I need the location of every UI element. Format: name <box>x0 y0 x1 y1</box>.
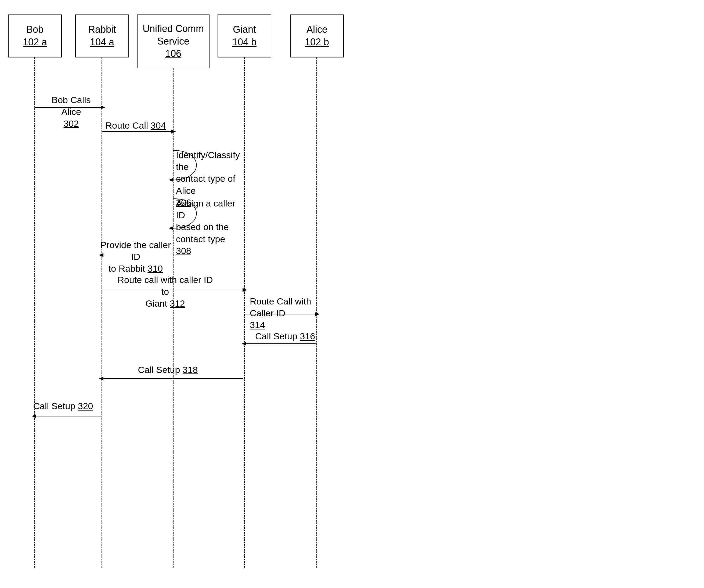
msg-310-id: 310 <box>148 263 163 274</box>
svg-marker-15 <box>99 377 103 381</box>
diagram: Bob 102 a Rabbit 104 a Unified CommServi… <box>0 0 704 588</box>
msg-302: Bob Calls Alice302 <box>42 94 101 130</box>
actor-ucs-id: 106 <box>165 48 181 60</box>
lifeline-giant <box>244 57 245 568</box>
msg-320-id: 320 <box>78 401 93 411</box>
actor-giant-id: 104 b <box>232 36 256 49</box>
actor-rabbit-id: 104 a <box>90 36 114 49</box>
svg-marker-17 <box>32 414 36 418</box>
lifeline-ucs <box>173 68 174 568</box>
msg-304-id: 304 <box>151 120 166 130</box>
msg-302-id: 302 <box>64 118 79 129</box>
msg-316: Call Setup 316 <box>255 330 317 342</box>
svg-marker-9 <box>243 288 247 292</box>
msg-312-id: 312 <box>170 298 185 309</box>
msg-310: Provide the caller IDto Rabbit 310 <box>99 239 172 275</box>
msg-316-id: 316 <box>300 331 315 341</box>
actor-giant: Giant 104 b <box>218 14 271 57</box>
svg-marker-3 <box>171 130 176 133</box>
actor-ucs-name: Unified CommService <box>142 22 204 48</box>
arrows-svg <box>0 0 704 588</box>
lifeline-rabbit <box>102 57 102 568</box>
msg-308: Assign a caller IDbased on thecontact ty… <box>176 197 238 257</box>
actor-alice-id: 102 b <box>305 36 329 49</box>
actor-ucs: Unified CommService 106 <box>137 14 210 68</box>
msg-308-id: 308 <box>176 246 191 256</box>
actor-bob: Bob 102 a <box>8 14 62 57</box>
msg-314-id: 314 <box>250 320 265 330</box>
lifeline-bob <box>35 57 35 568</box>
msg-318: Call Setup 318 <box>124 364 212 376</box>
actor-rabbit: Rabbit 104 a <box>75 14 129 57</box>
actor-giant-name: Giant <box>233 23 256 36</box>
msg-312: Route call with caller ID toGiant 312 <box>116 274 215 310</box>
actor-bob-name: Bob <box>26 23 44 36</box>
actor-rabbit-name: Rabbit <box>88 23 116 36</box>
actor-alice-name: Alice <box>306 23 328 36</box>
msg-314: Route Call with Caller ID314 <box>250 296 328 331</box>
msg-304: Route Call 304 <box>105 120 167 131</box>
actor-bob-id: 102 a <box>23 36 47 49</box>
msg-318-id: 318 <box>183 365 198 375</box>
actor-alice: Alice 102 b <box>290 14 344 57</box>
msg-320: Call Setup 320 <box>30 400 97 412</box>
